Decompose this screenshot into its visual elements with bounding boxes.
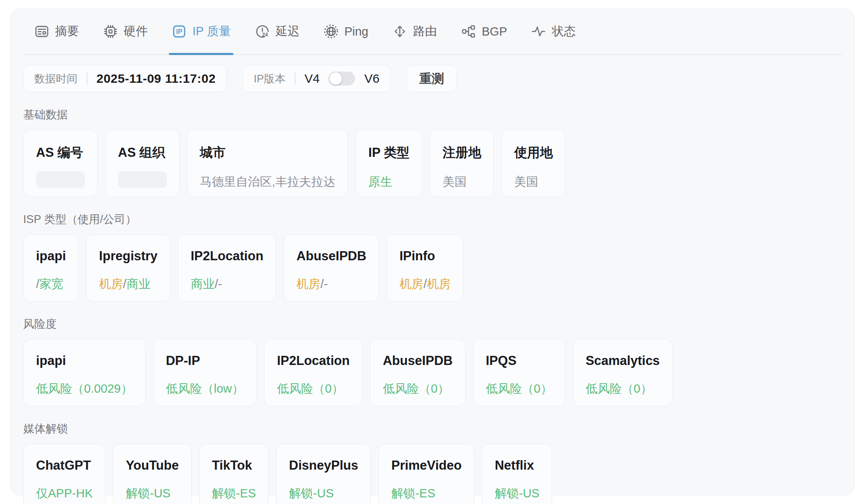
isp-card-ipinfo: IPinfo机房/机房: [387, 234, 464, 302]
card-title: IP 类型: [368, 144, 409, 161]
card-title: AbuseIPDB: [296, 249, 366, 264]
basic-card-ip: IP 类型原生: [356, 130, 422, 197]
basic-card-item: 城市马德里自治区,丰拉夫拉达: [187, 130, 348, 197]
card-title: ipapi: [36, 353, 133, 368]
section-title-isp: ISP 类型（使用/公司）: [23, 212, 842, 227]
bgp-nodes-icon: [461, 24, 476, 39]
card-title: IPinfo: [399, 249, 451, 264]
sections-container: 基础数据AS 编号AS 组织城市马德里自治区,丰拉夫拉达IP 类型原生注册地美国…: [23, 107, 842, 504]
redacted-value: [36, 171, 85, 188]
controls-row: 数据时间 2025-11-09 11:17:02 IP版本 V4 V6 重测: [23, 65, 842, 92]
media-card-youtube: YouTube解锁-US: [113, 444, 192, 504]
media-card-row: ChatGPT仅APP-HKYouTube解锁-USTikTok解锁-ESDis…: [23, 444, 842, 504]
basic-card-item: 使用地美国: [501, 130, 565, 197]
card-value-part: 低风险（0）: [277, 382, 344, 395]
tab-label: 状态: [552, 23, 576, 40]
card-value-part: 机房: [399, 277, 423, 290]
card-value: 原生: [368, 174, 409, 190]
card-value-part: /: [423, 277, 427, 290]
card-title: 注册地: [442, 144, 481, 161]
card-value: 低风险（0）: [586, 381, 660, 397]
card-value-part: 原生: [368, 175, 392, 188]
tab-label: 延迟: [276, 23, 300, 40]
card-title: 城市: [200, 144, 335, 161]
risk-card-row: ipapi低风险（0.0029）DP-IP低风险（low）IP2Location…: [23, 339, 842, 406]
card-title: Scamalytics: [586, 353, 660, 368]
isp-card-ipapi: ipapi/家宽: [23, 234, 79, 302]
vertical-divider: [86, 72, 87, 85]
tab-label: 硬件: [124, 23, 148, 40]
card-title: IPQS: [486, 353, 553, 368]
tab-item[interactable]: 状态: [531, 9, 576, 54]
card-value-part: /-: [215, 277, 222, 290]
basic-card-row: AS 编号AS 组织城市马德里自治区,丰拉夫拉达IP 类型原生注册地美国使用地美…: [23, 130, 842, 197]
card-value-part: 美国: [514, 175, 538, 188]
ip-version-v6-label: V6: [364, 72, 380, 86]
vertical-divider: [295, 72, 296, 85]
tab-bar: 摘要硬件IPIP 质量24延迟Ping路由BGP状态: [23, 9, 842, 55]
isp-card-ip2location: IP2Location商业/-: [178, 234, 276, 302]
globe-ping-icon: [323, 24, 339, 39]
redacted-value: [118, 171, 167, 188]
tab-item[interactable]: 摘要: [34, 9, 79, 54]
card-value: 商业/-: [191, 276, 264, 293]
tab-item[interactable]: 24延迟: [255, 9, 300, 54]
card-value-part: 机房: [427, 277, 451, 290]
card-value-part: /: [36, 277, 39, 290]
tab-item[interactable]: 硬件: [103, 9, 148, 54]
card-value: 低风险（0.0029）: [36, 381, 133, 397]
tab-ip[interactable]: IPIP 质量: [171, 9, 231, 54]
card-value-part: 商业: [126, 277, 150, 290]
isp-card-ipregistry: Ipregistry机房/商业: [86, 234, 170, 302]
card-title: PrimeVideo: [391, 458, 461, 473]
card-value-part: 美国: [442, 175, 466, 188]
tab-label: Ping: [344, 25, 368, 38]
card-value: 低风险（0）: [383, 381, 453, 397]
tab-ping[interactable]: Ping: [323, 9, 368, 54]
card-value: 机房/机房: [399, 276, 451, 293]
media-card-disneyplus: DisneyPlus解锁-US: [276, 444, 371, 504]
card-title: Netflix: [495, 458, 539, 473]
card-value-part: 家宽: [39, 277, 63, 290]
card-value-part: 低风险（low）: [166, 382, 244, 395]
risk-card-ip2location: IP2Location低风险（0）: [264, 339, 363, 406]
tab-item[interactable]: 路由: [392, 9, 437, 54]
media-card-tiktok: TikTok解锁-ES: [199, 444, 269, 504]
card-value-part: 解锁-US: [495, 487, 539, 500]
card-value: 美国: [442, 174, 481, 190]
card-value: 解锁-ES: [391, 485, 461, 502]
toggle-knob: [329, 72, 342, 85]
card-title: DP-IP: [166, 353, 244, 368]
risk-card-scamalytics: Scamalytics低风险（0）: [573, 339, 673, 406]
card-title: AS 编号: [36, 144, 85, 161]
tab-bgp[interactable]: BGP: [461, 9, 507, 54]
card-value-part: 马德里自治区,丰拉夫拉达: [200, 175, 335, 188]
card-value: /家宽: [36, 276, 66, 293]
svg-text:IP: IP: [176, 28, 183, 35]
tab-label: IP 质量: [192, 23, 231, 40]
retest-button[interactable]: 重测: [406, 65, 457, 92]
card-value: 机房/商业: [99, 276, 157, 293]
ip-version-toggle[interactable]: [329, 72, 355, 86]
ip-version-v4-label: V4: [305, 72, 320, 86]
card-value: 解锁-ES: [212, 485, 256, 502]
cpu-icon: [103, 24, 118, 39]
tab-label: 摘要: [55, 23, 79, 40]
card-title: Ipregistry: [99, 249, 157, 264]
card-value: 马德里自治区,丰拉夫拉达: [200, 174, 335, 190]
basic-card-as: AS 组织: [105, 130, 180, 197]
card-value-part: 仅APP-HK: [36, 487, 93, 500]
card-value-part: 解锁-US: [289, 487, 334, 500]
card-value-part: 低风险（0）: [486, 382, 553, 395]
latency-clock-icon: 24: [255, 24, 270, 39]
media-card-primevideo: PrimeVideo解锁-ES: [378, 444, 474, 504]
svg-text:24: 24: [262, 32, 268, 38]
card-value-part: 低风险（0）: [586, 382, 652, 395]
card-value-part: 解锁-ES: [212, 487, 256, 500]
card-title: IP2Location: [191, 249, 264, 264]
card-title: AbuseIPDB: [383, 353, 453, 368]
media-card-chatgpt: ChatGPT仅APP-HK: [23, 444, 106, 504]
basic-card-as: AS 编号: [23, 130, 98, 197]
ip-version-label: IP版本: [254, 72, 286, 86]
card-title: ipapi: [36, 249, 66, 264]
